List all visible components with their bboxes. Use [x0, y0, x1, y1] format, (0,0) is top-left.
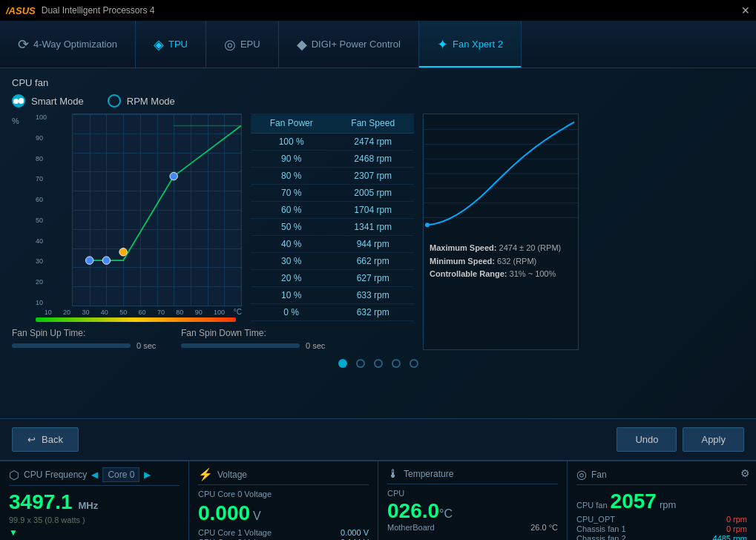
cpu-freq-title: ⬡ CPU Frequency ◀ Core 0 ▶ — [9, 467, 180, 486]
fan-table-row: 0 %632 rpm — [251, 304, 414, 321]
max-speed-label: Maximum Speed: — [430, 243, 496, 252]
voltage-row-value: 0.000 V — [341, 528, 369, 537]
svg-point-3 — [119, 248, 127, 256]
spin-up-control: Fan Spin Up Time: 0 sec — [12, 328, 163, 350]
page-dot-2[interactable] — [356, 359, 365, 368]
fan-power-cell: 90 % — [251, 151, 332, 168]
x-label-70: 70 — [157, 309, 165, 316]
temp-label: Temperature — [404, 469, 453, 479]
back-button[interactable]: ↩ Back — [12, 427, 79, 452]
voltage-icon: ⚡ — [198, 467, 213, 481]
temp-bar — [36, 317, 236, 322]
core-prev-arrow[interactable]: ◀ — [91, 470, 98, 480]
cpu-freq-panel: ⬡ CPU Frequency ◀ Core 0 ▶ 3497.1 MHz 99… — [0, 461, 189, 540]
smart-mode-radio[interactable]: Smart Mode — [12, 94, 84, 108]
core-selector[interactable]: Core 0 — [102, 467, 139, 482]
temp-row-label: MotherBoard — [387, 523, 435, 532]
temperature-panel: 🌡 Temperature CPU 026.0 °C MotherBoard26… — [378, 461, 568, 540]
fan-speed-cell: 662 rpm — [332, 253, 414, 270]
fan-curve-svg — [73, 114, 241, 306]
temp-row-value: 26.0 °C — [530, 523, 558, 532]
spin-down-value: 0 sec — [306, 341, 332, 350]
action-bar: ↩ Back Undo Apply — [0, 418, 756, 460]
nav-label-4way: 4-Way Optimization — [33, 39, 117, 50]
svg-point-13 — [425, 223, 430, 227]
fan-speed-cell: 632 rpm — [332, 304, 414, 321]
fan-rows: CPU_OPT0 rpmChassis fan 10 rpmChassis fa… — [576, 515, 747, 540]
cpu-freq-number: 3497.1 — [9, 490, 73, 513]
max-speed-value: 2474 ± 20 (RPM) — [499, 243, 562, 252]
fan-power-cell: 40 % — [251, 236, 332, 253]
fan-chart-area: % 100 90 80 70 60 50 40 30 20 10 — [12, 113, 744, 350]
main-content: CPU fan Smart Mode RPM Mode % 100 90 80 … — [0, 68, 756, 418]
fan-row-value: 0 rpm — [726, 515, 747, 524]
temp-title: 🌡 Temperature — [387, 467, 558, 484]
fan-power-cell: 10 % — [251, 287, 332, 304]
logo-area: /ASUS Dual Intelligent Processors 4 — [6, 5, 154, 16]
range-label: Controllable Range: — [430, 269, 507, 278]
fan-power-cell: 80 % — [251, 168, 332, 185]
app-title: Dual Intelligent Processors 4 — [42, 5, 155, 16]
x-label-90: 90 — [195, 309, 203, 316]
nav-label-epu: EPU — [240, 39, 260, 50]
page-dots — [12, 359, 744, 368]
smart-mode-label: Smart Mode — [31, 96, 84, 107]
fan-table-col-power: Fan Power — [251, 113, 332, 134]
temp-row: MotherBoard26.0 °C — [387, 523, 558, 532]
spin-up-slider[interactable] — [12, 343, 131, 348]
page-dot-4[interactable] — [392, 359, 401, 368]
page-dot-3[interactable] — [374, 359, 383, 368]
apply-button[interactable]: Apply — [683, 427, 744, 452]
fan-speed-cell: 2307 rpm — [332, 168, 414, 185]
cpu-freq-label: CPU Frequency — [24, 470, 87, 480]
voltage-panel: ⚡ Voltage CPU Core 0 Voltage 0.000 V CPU… — [189, 461, 378, 540]
x-label-40: 40 — [101, 309, 108, 316]
cpu-fan-unit: rpm — [660, 499, 676, 510]
undo-button[interactable]: Undo — [617, 427, 677, 452]
fan-curve-preview: Maximum Speed: 2474 ± 20 (RPM) Minimum S… — [423, 113, 579, 350]
fan-row: Chassis fan 24485 rpm — [576, 534, 747, 540]
nav-item-tpu[interactable]: ◈ TPU — [136, 21, 206, 68]
page-dot-1[interactable] — [338, 359, 347, 368]
fan-table-row: 60 %1704 rpm — [251, 202, 414, 219]
fan-row-label: Chassis fan 1 — [576, 524, 626, 533]
range-value: 31% ~ 100% — [510, 269, 556, 278]
nav-item-4way[interactable]: ⟳ 4-Way Optimization — [0, 21, 136, 68]
fan-table-row: 10 %633 rpm — [251, 287, 414, 304]
cpu-temp-value: 026.0 — [387, 499, 439, 523]
spin-down-control: Fan Spin Down Time: 0 sec — [181, 328, 332, 350]
fan-settings-icon[interactable]: ⚙ — [740, 467, 750, 479]
nav-item-epu[interactable]: ◎ EPU — [206, 21, 279, 68]
page-dot-5[interactable] — [410, 359, 418, 368]
fan-power-cell: 60 % — [251, 202, 332, 219]
fan-power-cell: 50 % — [251, 219, 332, 236]
fan-table-row: 30 %662 rpm — [251, 253, 414, 270]
fan-table-row: 80 %2307 rpm — [251, 168, 414, 185]
fan-speed-cell: 2468 rpm — [332, 151, 414, 168]
spin-down-slider-container: 0 sec — [181, 341, 332, 350]
freq-down-indicator: ▼ — [9, 527, 180, 538]
temp-icon: 🌡 — [387, 467, 399, 481]
core-label: Core 0 — [108, 470, 134, 480]
spin-down-label: Fan Spin Down Time: — [181, 328, 332, 338]
fan-icon: ◎ — [576, 467, 587, 481]
rpm-mode-radio[interactable]: RPM Mode — [108, 94, 175, 108]
cpu-temp-label: CPU — [387, 489, 404, 498]
spin-down-slider[interactable] — [181, 343, 300, 348]
close-button[interactable]: ✕ — [741, 4, 750, 16]
nav-item-fanxpert[interactable]: ✦ Fan Xpert 2 — [419, 21, 522, 68]
fan-speed-cell: 1341 rpm — [332, 219, 414, 236]
fan-chart-grid[interactable] — [72, 113, 242, 306]
core-next-arrow[interactable]: ▶ — [144, 470, 151, 480]
cpu0-voltage-unit: V — [253, 510, 261, 523]
min-speed-label: Minimum Speed: — [430, 257, 495, 266]
fan-row-value: 4485 rpm — [713, 534, 747, 540]
fan-row-label: CPU_OPT — [576, 515, 615, 524]
back-icon: ↩ — [27, 434, 36, 445]
voltage-main-row: CPU Core 0 Voltage — [198, 490, 369, 498]
nav-item-digi[interactable]: ◆ DIGI+ Power Control — [279, 21, 419, 68]
cpu-fan-value: 2057 — [611, 490, 657, 513]
voltage-row-label: CPU Core 1 Voltage — [198, 528, 272, 537]
fan-speed-cell: 2005 rpm — [332, 185, 414, 202]
fan-main-row: CPU fan 2057 rpm — [576, 490, 747, 513]
